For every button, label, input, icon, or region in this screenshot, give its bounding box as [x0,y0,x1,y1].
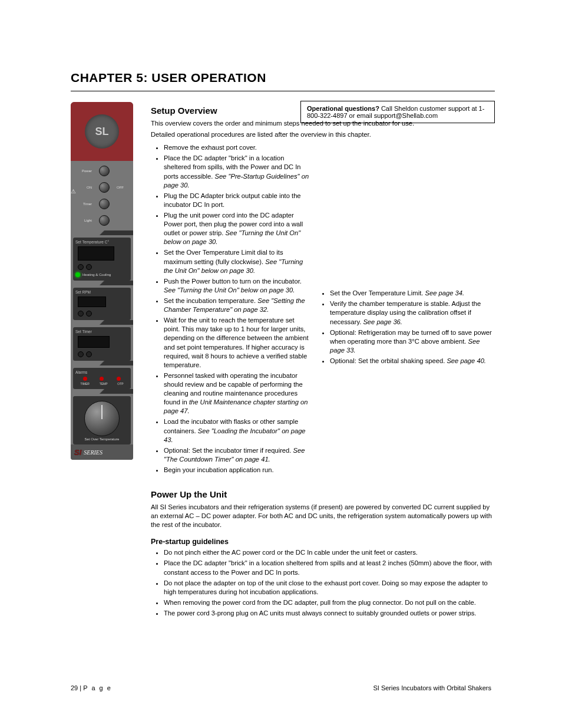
title-divider [71,91,495,91]
temp-up-button [78,264,84,270]
list-item: Wait for the unit to reach the temperatu… [164,316,310,370]
set-timer-section: Set Timer [73,327,131,361]
timer-display [78,336,110,348]
list-item: Begin your incubation application run. [164,466,310,475]
set-rpm-section: Set RPM [73,288,131,320]
power-up-para: All SI Series incubators and their refri… [151,503,495,529]
switch-bank: ⚠ Power ON OFF Timer [71,161,133,230]
list-item: When removing the power cord from the DC… [164,598,495,607]
list-item: Optional: Set the incubator timer if req… [164,446,310,464]
list-item: The power cord 3-prong plug on AC units … [164,609,495,618]
pre-startup-list: Do not pinch either the AC power cord or… [164,548,495,618]
list-item: Optional: Set the orbital shaking speed.… [330,357,495,365]
list-item: Optional: Refrigeration may be turned of… [330,328,495,355]
list-item: Set the incubation temperature. See "Set… [164,297,310,314]
power-knob [99,166,110,176]
panel-column: SL ⚠ Power ON OFF Timer [71,102,141,620]
content-columns: SL ⚠ Power ON OFF Timer [71,102,495,620]
overview-steps: Remove the exhaust port cover. Place the… [151,141,495,476]
list-item: Plug the DC Adapter brick output cable i… [164,192,310,209]
switch-power: Power [74,166,130,176]
list-item: Load the incubator with flasks or other … [164,417,310,444]
panel-logo-area: SL [71,102,133,161]
list-item: Do not pinch either the AC power cord or… [164,548,495,557]
temperature-display [78,246,114,261]
list-item: Set the Over Temperature Limit dial to i… [164,248,310,275]
switch-timer: Timer [74,199,130,209]
control-panel-illustration: SL ⚠ Power ON OFF Timer [71,102,133,460]
brand-logo: SL [85,114,119,149]
support-callout-box: Operational questions? Call Sheldon cust… [300,101,495,123]
timer-down-button [86,351,92,357]
list-item: Do not place the adapter on top of the u… [164,579,495,597]
light-knob [99,215,110,226]
list-item: Push the Power button to turn on the inc… [164,277,310,295]
rpm-up-button [78,311,84,317]
switch-light: Light [74,215,130,226]
timer-up-button [78,351,84,357]
list-item: Verify the chamber temperature is stable… [330,299,495,326]
alarm-led-timer [83,377,87,381]
set-temperature-section: Set Temperature C° Heating & Cooling [73,238,131,281]
overview-intro-2: Detailed operational procedures are list… [151,130,495,139]
text-column: Operational questions? Call Sheldon cust… [141,102,495,620]
page-content: CHAPTER 5: USER OPERATION SL ⚠ Power ON [71,71,495,620]
series-label: SI SERIES [71,444,133,460]
chapter-title: CHAPTER 5: USER OPERATION [71,71,495,85]
alarm-led-temp [100,377,104,381]
footer-page-number: 29 | P a g e [71,684,112,691]
rpm-down-button [86,311,92,317]
pre-startup-heading: Pre-startup guidelines [151,538,495,546]
alarm-led-otp [117,377,121,381]
switch-onoff: ON OFF [74,182,130,193]
list-item: Set the Over Temperature Limit. See page… [330,289,495,298]
over-temp-section: Set Over Temperature [73,396,131,444]
list-item: Remove the exhaust port cover. [164,143,310,152]
list-item: Plug the unit power cord into the DC ada… [164,211,310,246]
alarms-section: Alarms TIMER TEMP OTP [73,368,131,389]
heating-led [75,272,80,277]
timer-knob [99,199,110,209]
footer-doc-title: SI Series Incubators with Orbital Shaker… [373,684,491,691]
list-item: Place the DC adapter "brick" in a locati… [164,559,495,577]
list-item: Personnel tasked with operating the incu… [164,371,310,416]
rpm-display [78,297,106,307]
temp-down-button [86,264,92,270]
over-temperature-dial [84,401,120,436]
list-item: Place the DC adapter "brick" in a locati… [164,154,310,189]
warning-icon: ⚠ [71,188,76,195]
power-up-heading: Power Up the Unit [151,489,495,499]
onoff-knob [99,182,110,193]
